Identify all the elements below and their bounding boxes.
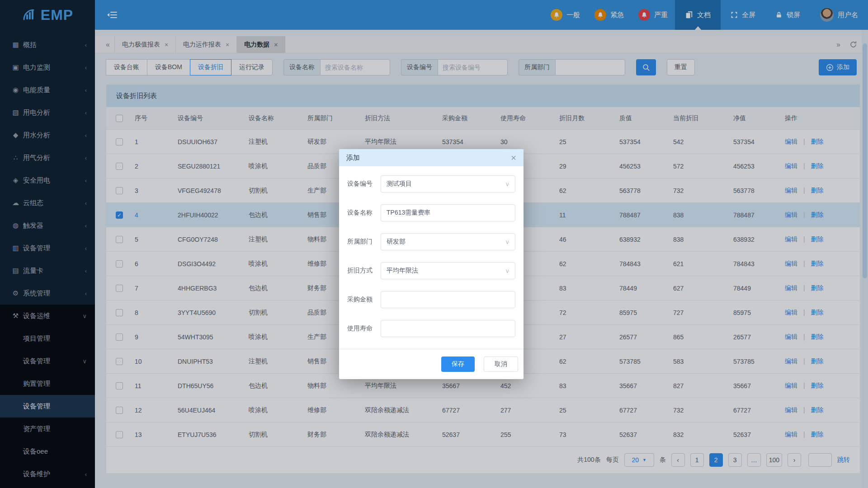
form-label: 使用寿命: [347, 324, 376, 333]
chevron-down-icon: ∨: [505, 239, 509, 245]
form-control[interactable]: [381, 320, 515, 337]
add-modal: 添加 × 设备编号 测试项目 ∨ 设备名称 TP613需量费率: [339, 149, 524, 379]
form-label: 采购金额: [347, 296, 376, 304]
modal-title: 添加: [346, 154, 360, 162]
form-value: 平均年限法: [387, 267, 418, 275]
form-row: 折旧方式 平均年限法 ∨: [347, 262, 515, 279]
form-label: 设备编号: [347, 180, 376, 188]
form-row: 使用寿命: [347, 320, 515, 337]
form-control[interactable]: 测试项目 ∨: [381, 175, 515, 192]
modal-form: 设备编号 测试项目 ∨ 设备名称 TP613需量费率 所属部门 研发部: [339, 166, 524, 337]
chevron-down-icon: ∨: [505, 181, 509, 188]
form-control[interactable]: [381, 291, 515, 308]
form-control[interactable]: TP613需量费率: [381, 204, 515, 221]
chevron-down-icon: ∨: [505, 267, 509, 274]
form-control[interactable]: 研发部 ∨: [381, 233, 515, 250]
form-row: 采购金额: [347, 291, 515, 308]
form-label: 所属部门: [347, 238, 376, 246]
save-button[interactable]: 保存: [441, 357, 475, 372]
modal-header: 添加 ×: [339, 149, 524, 166]
modal-footer: 保存 取消: [339, 349, 524, 379]
app-root: EMP ▦ 概括 ‹ ▣ 电力监测 ‹ ◉ 电能质量 ‹ ▧ 用电分析: [0, 0, 868, 473]
form-control[interactable]: 平均年限法 ∨: [381, 262, 515, 279]
form-value: TP613需量费率: [387, 209, 430, 217]
form-label: 设备名称: [347, 209, 376, 217]
form-value: 研发部: [387, 238, 406, 246]
form-value: 测试项目: [387, 180, 412, 188]
form-label: 折旧方式: [347, 267, 376, 275]
form-row: 所属部门 研发部 ∨: [347, 233, 515, 250]
form-row: 设备编号 测试项目 ∨: [347, 175, 515, 192]
close-icon[interactable]: ×: [511, 153, 516, 162]
cancel-button[interactable]: 取消: [484, 357, 518, 372]
form-row: 设备名称 TP613需量费率: [347, 204, 515, 221]
